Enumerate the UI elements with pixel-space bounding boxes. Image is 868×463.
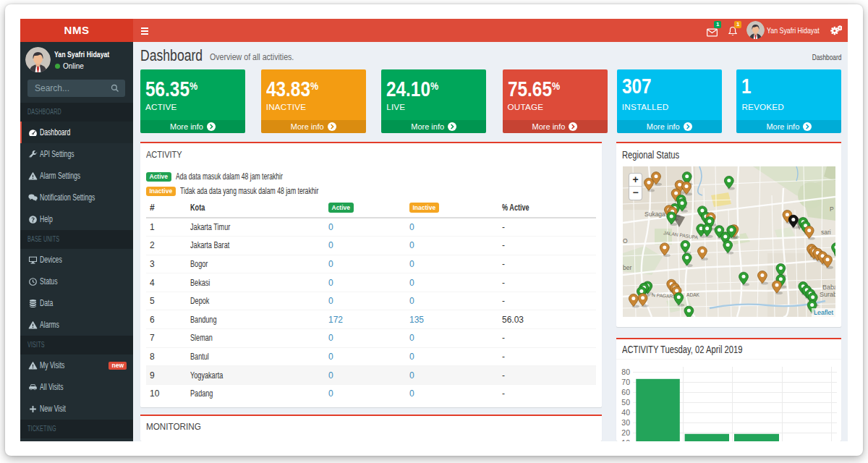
- svg-text:10: 10: [621, 438, 630, 442]
- svg-text:ADAK: ADAK: [686, 292, 700, 297]
- svg-text:Surab: Surab: [820, 291, 835, 298]
- svg-text:20: 20: [621, 428, 630, 437]
- svg-text:P: P: [830, 205, 834, 213]
- svg-text:50: 50: [621, 398, 630, 407]
- svg-text:O: O: [623, 237, 628, 245]
- svg-text:Sukaga: Sukaga: [644, 211, 665, 218]
- svg-text:70: 70: [621, 378, 630, 386]
- svg-text:ber: ber: [623, 264, 631, 271]
- svg-text:60: 60: [621, 388, 630, 396]
- svg-text:sari: sari: [821, 229, 831, 236]
- svg-text:40: 40: [621, 408, 630, 417]
- svg-text:80: 80: [621, 368, 630, 376]
- svg-text:30: 30: [621, 418, 630, 427]
- svg-text:Babak: Babak: [822, 284, 835, 291]
